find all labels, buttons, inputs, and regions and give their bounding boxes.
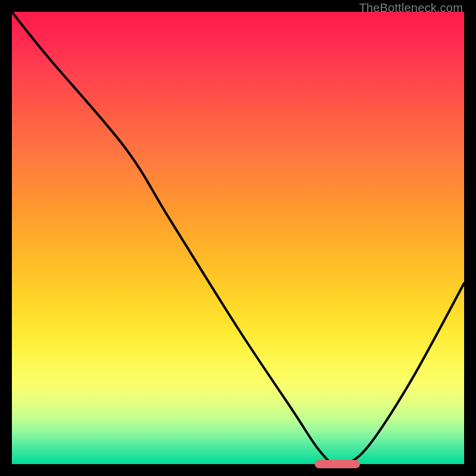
bottleneck-curve-path xyxy=(12,12,464,464)
optimal-range-marker xyxy=(315,460,360,468)
chart-container: TheBottleneck.com xyxy=(0,0,476,476)
plot-area xyxy=(12,12,464,464)
curve-svg xyxy=(12,12,464,464)
